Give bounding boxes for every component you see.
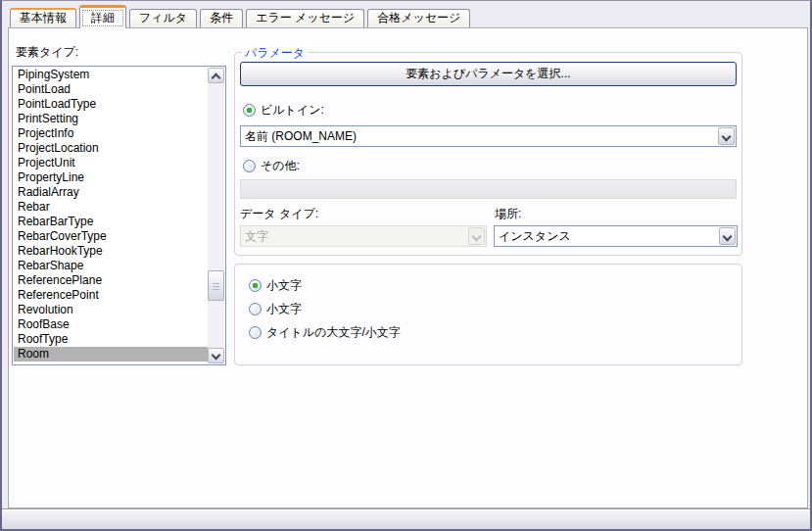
chevron-down-icon xyxy=(722,132,732,142)
builtin-parameter-combobox[interactable]: 名前 (ROOM_NAME) xyxy=(240,125,737,147)
case-option-radio-button[interactable] xyxy=(249,279,262,292)
case-option-label: 小文字 xyxy=(266,277,302,294)
list-item[interactable]: PointLoad xyxy=(14,82,208,97)
case-option-label: タイトルの大文字/小文字 xyxy=(266,324,401,341)
parameters-group-label: パラメータ xyxy=(242,45,308,62)
other-radio-label: その他: xyxy=(261,158,300,174)
list-item[interactable]: PropertyLine xyxy=(14,170,208,185)
listbox-scrollbar[interactable] xyxy=(208,68,224,363)
list-item[interactable]: ReferencePoint xyxy=(14,288,208,303)
list-item[interactable]: PipingSystem xyxy=(14,68,208,82)
select-element-parameter-button[interactable]: 要素およびパラメータを選択... xyxy=(240,62,737,86)
builtin-parameter-value: 名前 (ROOM_NAME) xyxy=(245,126,716,146)
combo-dropdown-button[interactable] xyxy=(719,227,736,245)
list-item[interactable]: Room xyxy=(14,347,208,362)
tab-3[interactable]: 条件 xyxy=(200,9,243,27)
combo-dropdown-button-disabled xyxy=(468,227,485,245)
other-radio-row[interactable]: その他: xyxy=(243,158,300,174)
location-value: インスタンス xyxy=(499,226,717,246)
list-item[interactable]: PrintSetting xyxy=(14,112,208,126)
datatype-combobox: 文字 xyxy=(240,225,487,247)
tab-4[interactable]: エラー メッセージ xyxy=(246,9,364,27)
status-bar xyxy=(2,508,810,529)
list-item[interactable]: RoofType xyxy=(14,332,208,347)
combo-dropdown-button[interactable] xyxy=(718,127,735,145)
list-item[interactable]: RebarBarType xyxy=(14,215,208,229)
element-type-list: PipingSystemPointLoadPointLoadTypePrintS… xyxy=(14,68,208,363)
location-label: 場所: xyxy=(495,206,521,222)
scroll-up-button[interactable] xyxy=(208,68,224,83)
datatype-value: 文字 xyxy=(245,226,466,246)
chevron-down-icon xyxy=(723,232,733,242)
chevron-down-icon xyxy=(472,232,482,242)
list-item[interactable]: ProjectInfo xyxy=(14,126,208,141)
list-item[interactable]: ProjectLocation xyxy=(14,141,208,156)
list-item[interactable]: PointLoadType xyxy=(14,97,208,112)
list-item[interactable]: RebarShape xyxy=(14,259,208,273)
tab-2[interactable]: フィルタ xyxy=(129,9,197,27)
list-item[interactable]: ProjectUnit xyxy=(14,156,208,170)
other-radio-button[interactable] xyxy=(243,160,256,172)
scrollbar-grip-icon xyxy=(213,283,219,290)
list-item[interactable]: Revolution xyxy=(14,303,208,317)
location-combobox[interactable]: インスタンス xyxy=(494,225,738,247)
tab-0[interactable]: 基本情報 xyxy=(10,8,76,27)
scrollbar-thumb[interactable] xyxy=(208,270,224,301)
element-type-label: 要素タイプ: xyxy=(16,44,78,61)
case-option-row-0[interactable]: 小文字 xyxy=(249,277,302,294)
builtin-radio-label: ビルトイン: xyxy=(261,102,324,119)
tab-1[interactable]: 詳細 xyxy=(79,5,126,28)
tab-bar: 基本情報詳細フィルタ条件エラー メッセージ合格メッセージ xyxy=(10,5,473,27)
case-option-label: 小文字 xyxy=(266,301,302,317)
case-option-row-2[interactable]: タイトルの大文字/小文字 xyxy=(249,324,401,341)
list-item[interactable]: ReferencePlane xyxy=(14,273,208,288)
chevron-down-icon xyxy=(212,351,221,361)
builtin-radio-row[interactable]: ビルトイン: xyxy=(243,102,324,119)
list-item[interactable]: RadialArray xyxy=(14,185,208,200)
list-item[interactable]: RoofBase xyxy=(14,317,208,332)
list-item[interactable]: RebarHookType xyxy=(14,244,208,259)
rule-editor-window: 基本情報詳細フィルタ条件エラー メッセージ合格メッセージ 要素タイプ: Pipi… xyxy=(0,0,812,531)
case-options-groupbox xyxy=(234,264,742,365)
builtin-radio-button[interactable] xyxy=(243,104,256,117)
list-item[interactable]: Rebar xyxy=(14,200,208,215)
tab-5[interactable]: 合格メッセージ xyxy=(367,9,470,27)
list-item[interactable]: RebarCoverType xyxy=(14,229,208,244)
case-option-radio-button[interactable] xyxy=(249,303,262,315)
datatype-label: データ タイプ: xyxy=(240,206,318,222)
chevron-up-icon xyxy=(212,73,221,83)
scroll-down-button[interactable] xyxy=(208,348,224,363)
case-option-row-1[interactable]: 小文字 xyxy=(249,301,302,317)
other-parameter-field xyxy=(240,179,737,199)
case-option-radio-button[interactable] xyxy=(249,326,262,339)
element-type-listbox[interactable]: PipingSystemPointLoadPointLoadTypePrintS… xyxy=(12,66,226,365)
